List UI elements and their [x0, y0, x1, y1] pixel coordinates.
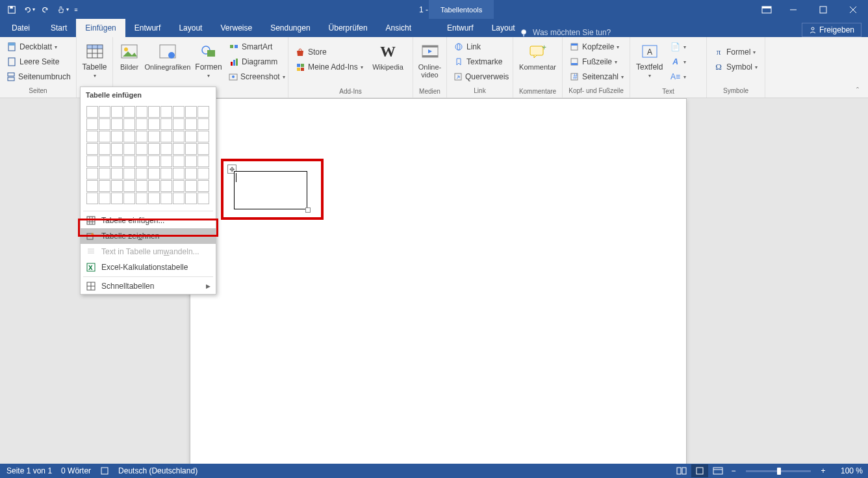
table-grid-cell[interactable]	[148, 180, 160, 192]
table-grid-cell[interactable]	[185, 155, 197, 167]
table-grid-cell[interactable]	[111, 106, 123, 118]
table-grid-cell[interactable]	[123, 168, 135, 179]
table-grid-cell[interactable]	[160, 168, 172, 179]
table-grid-cell[interactable]	[173, 106, 185, 118]
table-grid-cell[interactable]	[123, 155, 135, 167]
table-grid-cell[interactable]	[136, 143, 147, 155]
table-grid-cell[interactable]	[173, 180, 185, 192]
online-video-button[interactable]: Online- video	[416, 38, 444, 86]
shapes-button[interactable]: Formen▾	[192, 38, 225, 86]
equation-button[interactable]: πFormel ▾	[711, 45, 761, 59]
table-grid-cell[interactable]	[148, 168, 160, 179]
cross-reference-button[interactable]: Querverweis	[451, 70, 511, 84]
table-grid-cell[interactable]	[173, 168, 185, 179]
minimize-button[interactable]	[778, 0, 808, 19]
table-grid-cell[interactable]	[86, 168, 98, 179]
page-break-button[interactable]: Seitenumbruch	[4, 70, 73, 84]
table-grid-cell[interactable]	[99, 143, 110, 155]
wordart-button[interactable]: A▾	[668, 55, 702, 69]
table-grid-cell[interactable]	[148, 143, 160, 155]
tab-file[interactable]: Datei	[0, 19, 42, 37]
qat-customize-button[interactable]: ≡	[71, 2, 81, 18]
table-grid-cell[interactable]	[160, 155, 172, 167]
table-grid-cell[interactable]	[185, 118, 197, 130]
pictures-button[interactable]: Bilder	[116, 38, 143, 86]
table-grid-cell[interactable]	[99, 131, 110, 142]
table-grid-cell[interactable]	[99, 180, 110, 192]
symbol-button[interactable]: ΩSymbol ▾	[711, 60, 761, 74]
table-grid-cell[interactable]	[123, 180, 135, 192]
table-grid-cell[interactable]	[185, 168, 197, 179]
textbox-button[interactable]: A Textfeld▾	[633, 38, 667, 86]
table-grid-cell[interactable]	[160, 106, 172, 118]
bookmark-button[interactable]: Textmarke	[451, 55, 511, 69]
table-grid-cell[interactable]	[123, 106, 135, 118]
table-grid-cell[interactable]	[123, 193, 135, 204]
table-grid-cell[interactable]	[99, 193, 110, 204]
table-grid-cell[interactable]	[111, 193, 123, 204]
quick-tables-item[interactable]: Schnelltabellen▶	[81, 278, 216, 294]
tab-mailings[interactable]: Sendungen	[261, 19, 319, 37]
table-grid-cell[interactable]	[123, 131, 135, 142]
table-grid-cell[interactable]	[185, 180, 197, 192]
table-grid-cell[interactable]	[136, 168, 147, 179]
table-grid-cell[interactable]	[99, 155, 110, 167]
table-grid-cell[interactable]	[111, 168, 123, 179]
save-button[interactable]	[4, 2, 19, 18]
dropcap-button[interactable]: A≡▾	[668, 70, 702, 84]
table-grid-cell[interactable]	[136, 193, 147, 204]
table-grid-cell[interactable]	[160, 143, 172, 155]
tell-me-search[interactable]: Was möchten Sie tun?	[520, 28, 611, 37]
ribbon-display-options-button[interactable]	[755, 0, 778, 19]
page-indicator[interactable]: Seite 1 von 1	[6, 466, 52, 475]
table-grid-cell[interactable]	[123, 118, 135, 130]
table-grid-cell[interactable]	[86, 155, 98, 167]
cover-page-button[interactable]: Deckblatt ▾	[4, 40, 73, 54]
table-grid-cell[interactable]	[99, 106, 110, 118]
table-grid-cell[interactable]	[86, 106, 98, 118]
table-grid-cell[interactable]	[99, 168, 110, 179]
table-grid-cell[interactable]	[198, 118, 209, 130]
table-grid-cell[interactable]	[185, 131, 197, 142]
screenshot-button[interactable]: Screenshot ▾	[226, 70, 283, 84]
table-grid-cell[interactable]	[148, 155, 160, 167]
table-grid-cell[interactable]	[185, 143, 197, 155]
tab-table-design[interactable]: Entwurf	[438, 19, 483, 37]
tab-review[interactable]: Überprüfen	[320, 19, 377, 37]
table-grid-cell[interactable]	[198, 143, 209, 155]
table-grid-cell[interactable]	[148, 106, 160, 118]
close-button[interactable]	[838, 0, 868, 19]
word-count[interactable]: 0 Wörter	[61, 466, 91, 475]
table-grid-cell[interactable]	[198, 193, 209, 204]
table-grid-cell[interactable]	[185, 106, 197, 118]
read-mode-button[interactable]	[673, 464, 690, 477]
table-grid-cell[interactable]	[111, 143, 123, 155]
share-button[interactable]: Freigeben	[802, 23, 862, 37]
link-button[interactable]: Link	[451, 40, 511, 54]
web-layout-button[interactable]	[709, 464, 726, 477]
table-grid-cell[interactable]	[86, 118, 98, 130]
smartart-button[interactable]: SmartArt	[226, 40, 283, 54]
table-grid-cell[interactable]	[148, 131, 160, 142]
table-grid-cell[interactable]	[86, 143, 98, 155]
table-grid-cell[interactable]	[136, 180, 147, 192]
table-grid-cell[interactable]	[198, 155, 209, 167]
zoom-level[interactable]: 100 %	[830, 466, 863, 475]
redo-button[interactable]	[38, 2, 53, 18]
table-grid-cell[interactable]	[111, 118, 123, 130]
table-grid-cell[interactable]	[123, 143, 135, 155]
tab-view[interactable]: Ansicht	[377, 19, 420, 37]
chart-button[interactable]: Diagramm	[226, 55, 283, 69]
table-grid-cell[interactable]	[111, 180, 123, 192]
table-grid-cell[interactable]	[136, 118, 147, 130]
language-indicator[interactable]: Deutsch (Deutschland)	[118, 466, 198, 475]
table-grid-cell[interactable]	[111, 131, 123, 142]
table-grid-cell[interactable]	[160, 131, 172, 142]
table-grid-cell[interactable]	[99, 118, 110, 130]
blank-page-button[interactable]: Leere Seite	[4, 55, 73, 69]
table-grid-cell[interactable]	[160, 180, 172, 192]
tab-home[interactable]: Start	[42, 19, 76, 37]
tab-table-layout[interactable]: Layout	[483, 19, 524, 37]
table-grid-cell[interactable]	[136, 131, 147, 142]
tab-references[interactable]: Verweise	[211, 19, 261, 37]
